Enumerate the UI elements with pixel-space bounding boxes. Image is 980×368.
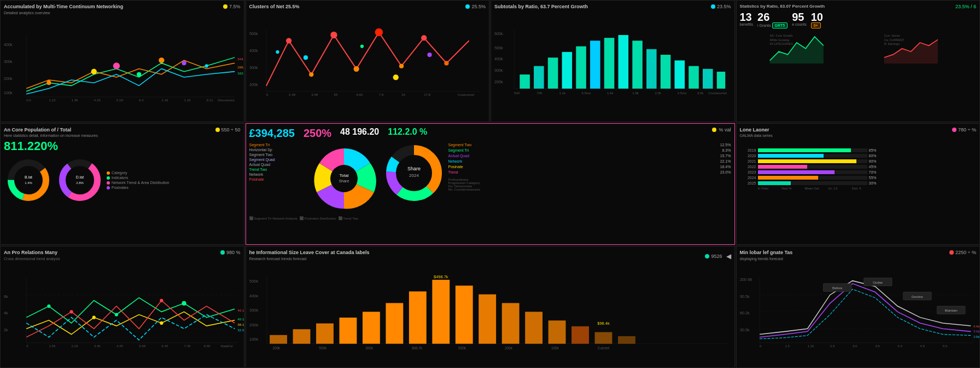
svg-rect-156 bbox=[409, 291, 426, 344]
hbar-3-track bbox=[758, 159, 867, 163]
legend-item-1: Category bbox=[107, 171, 169, 175]
svg-text:65: 65 bbox=[334, 93, 337, 96]
right-label-3: Actual Quad 15.7% bbox=[448, 154, 731, 158]
svg-text:500k: 500k bbox=[458, 346, 466, 350]
svg-text:200 98: 200 98 bbox=[740, 277, 752, 282]
hbar-5-val: 70% bbox=[869, 170, 877, 174]
svg-rect-160 bbox=[479, 295, 496, 344]
panel-4-value: 23.5% / 6 bbox=[955, 4, 976, 9]
label-segment-3: Segment Two bbox=[249, 153, 304, 157]
hbar-2-track bbox=[758, 154, 867, 158]
hbar-row-4: 2022 45% bbox=[740, 165, 977, 169]
panel-8-title: An Pro Relations Many bbox=[4, 250, 241, 256]
panel-10-badge bbox=[949, 250, 954, 255]
right-label-3-val: 15.7% bbox=[720, 154, 731, 158]
svg-text:6k: 6k bbox=[4, 294, 8, 299]
hbar-7-label: 2025 bbox=[740, 181, 756, 185]
panel-6-right-labels: Segment Two 12.5% Segment Tri 8.3% Actua… bbox=[448, 143, 731, 214]
svg-text:0: 0 bbox=[266, 93, 268, 96]
svg-point-10 bbox=[159, 58, 164, 63]
panel-7-title: Lone Laoner bbox=[740, 127, 977, 133]
right-label-1-val: 12.5% bbox=[720, 143, 731, 147]
label-segment-2: Horizontal Sp bbox=[249, 148, 304, 152]
panel-6-metrics: £394,285 250% 48 196.20 112.2.0 % bbox=[249, 127, 428, 140]
svg-text:700: 700 bbox=[536, 91, 542, 95]
svg-rect-61 bbox=[520, 74, 530, 89]
svg-text:6.4: 6.4 bbox=[139, 98, 144, 102]
svg-point-6 bbox=[46, 81, 51, 85]
legend-item-2: Indicators bbox=[107, 176, 169, 180]
hbar-3-fill bbox=[758, 159, 856, 163]
svg-point-8 bbox=[113, 62, 120, 69]
svg-rect-75 bbox=[717, 72, 725, 89]
stat-extra-num: 10 bbox=[811, 12, 823, 22]
panel-9-titles: he Informational Size Leave Cover at Can… bbox=[249, 250, 370, 262]
panel-5-big-number: 811.220% bbox=[4, 139, 241, 153]
metric-3-value: 48 196.20 bbox=[340, 127, 379, 136]
hbar-5-label: 2023 bbox=[740, 170, 756, 174]
right-label-2-val: 8.3% bbox=[722, 148, 731, 152]
panel-3-title: Subtotals by Ratio, 63.7 Percent Growth bbox=[494, 4, 731, 10]
svg-text:300k: 300k bbox=[4, 59, 13, 64]
svg-text:1.4%: 1.4% bbox=[25, 181, 32, 185]
label-segment-4: Segment Quad bbox=[249, 158, 304, 162]
panel-vertical-bar-tall: he Informational Size Leave Cover at Can… bbox=[246, 246, 735, 368]
stat-grants-badge-row: i Grants GRT5 bbox=[757, 22, 788, 28]
svg-text:1.10: 1.10 bbox=[184, 98, 191, 102]
metric-2-value: 250% bbox=[304, 127, 331, 139]
right-label-6-val: 23.0% bbox=[720, 170, 731, 174]
svg-text:1.1k: 1.1k bbox=[559, 91, 566, 95]
panel-2-badge bbox=[465, 4, 470, 9]
panel-2-indicator: 25.5% bbox=[465, 4, 486, 9]
stat-grants-label: i Grants bbox=[757, 24, 771, 27]
legend-label-1: Category bbox=[112, 171, 127, 175]
svg-text:100k: 100k bbox=[4, 90, 13, 95]
stat-benefits-label: benefits bbox=[740, 22, 754, 26]
svg-point-128 bbox=[160, 299, 163, 302]
panel-stats: Statistics by Ratio, 83.07 Percent Growt… bbox=[736, 0, 981, 122]
stat-grants: 26 i Grants GRT5 bbox=[757, 12, 788, 28]
svg-text:Total: Total bbox=[339, 173, 348, 178]
label-segment-7: Network bbox=[249, 173, 304, 176]
svg-point-9 bbox=[137, 72, 141, 76]
svg-rect-70 bbox=[646, 49, 657, 89]
svg-text:500k: 500k bbox=[494, 45, 503, 50]
svg-text:500k: 500k bbox=[249, 279, 258, 284]
label-segment-6: Trend Two bbox=[249, 168, 304, 171]
stat-counts-num: 95 bbox=[792, 12, 806, 22]
svg-text:3.0k: 3.0k bbox=[697, 91, 704, 95]
panel-multi-line-scatter: Accumulated by Multi-Time Continuum Netw… bbox=[0, 0, 244, 122]
hbar-2-label: 2020 bbox=[740, 154, 756, 158]
stat-benefits-num: 13 bbox=[740, 12, 754, 22]
svg-point-35 bbox=[353, 66, 359, 71]
svg-text:2.8%: 2.8% bbox=[76, 181, 84, 185]
hbar-7-val: 30% bbox=[869, 181, 877, 185]
panel-8-value: 980 % bbox=[226, 250, 241, 255]
stat-extra-badge-row: 0+ bbox=[811, 22, 823, 28]
panel-6-bottom-legend: ⬛ Segment Tri Network Analysis ⬛ Posinat… bbox=[249, 216, 731, 220]
svg-point-39 bbox=[444, 61, 448, 65]
svg-text:D.lat: D.lat bbox=[76, 175, 84, 179]
svg-text:162.8%: 162.8% bbox=[237, 71, 244, 75]
svg-point-33 bbox=[309, 72, 313, 77]
panel-4-title: Statistics by Ratio, 83.07 Percent Growt… bbox=[740, 4, 977, 9]
right-label-2-key: Segment Tri bbox=[448, 148, 469, 152]
hbar-6-fill bbox=[758, 176, 818, 180]
panel-10-chart: 200 98 90.5k 60.2k 30.5k Before Outlier … bbox=[740, 262, 977, 361]
label-segment-1: Segment Tri bbox=[249, 143, 304, 147]
panel-5-title: An Core Population of / Total bbox=[4, 127, 241, 133]
svg-text:38.10: 38.10 bbox=[237, 323, 244, 326]
legend-item-3: Network Trend & Area Distribution bbox=[107, 181, 169, 185]
hbar-7-fill bbox=[758, 181, 791, 185]
right-label-6: Trend 23.0% bbox=[448, 170, 731, 174]
svg-text:0: 0 bbox=[760, 344, 762, 348]
hbar-row-7: 2025 30% bbox=[740, 181, 977, 185]
svg-text:4k: 4k bbox=[4, 311, 8, 316]
svg-text:200k: 200k bbox=[272, 346, 281, 350]
svg-text:17.8: 17.8 bbox=[424, 93, 431, 96]
svg-text:200k: 200k bbox=[249, 82, 258, 87]
svg-rect-151 bbox=[293, 329, 310, 344]
svg-text:While Growing: While Growing bbox=[769, 38, 789, 41]
hbar-row-6: 2024 55% bbox=[740, 176, 977, 180]
hbar-row-3: 2021 90% bbox=[740, 159, 977, 163]
